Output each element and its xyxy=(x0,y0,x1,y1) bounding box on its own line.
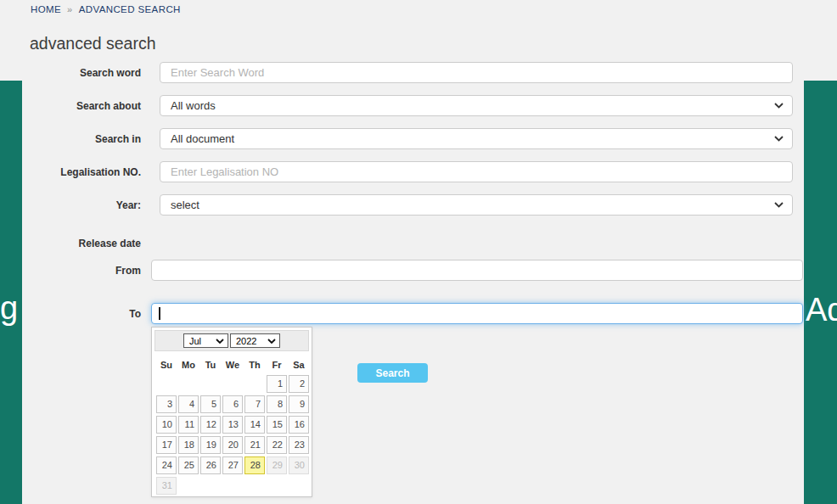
calendar-day-6[interactable]: 6 xyxy=(222,395,243,413)
search-word-input[interactable] xyxy=(160,62,793,83)
chevron-down-icon xyxy=(216,339,224,344)
calendar-day-24[interactable]: 24 xyxy=(156,456,177,474)
calendar-day-8[interactable]: 8 xyxy=(267,395,287,413)
legalisation-no-input[interactable] xyxy=(160,161,793,182)
month-value: Jul xyxy=(189,336,201,346)
calendar-day-18[interactable]: 18 xyxy=(178,436,199,454)
breadcrumb-separator: » xyxy=(67,4,73,14)
calendar-day-9[interactable]: 9 xyxy=(289,395,309,413)
day-of-week-label: We xyxy=(222,360,243,370)
background-text-right: Ad xyxy=(806,294,837,326)
breadcrumb-home-link[interactable]: HOME xyxy=(31,4,61,14)
calendar-day-29: 29 xyxy=(267,456,287,474)
from-label: From xyxy=(0,265,141,277)
month-select[interactable]: Jul xyxy=(183,333,228,348)
day-of-week-label: Mo xyxy=(178,360,199,370)
datepicker-popup: Jul 2022 SuMoTuWeThFrSa 1234567891011121… xyxy=(151,327,312,497)
day-of-week-label: Fr xyxy=(267,360,287,370)
day-of-week-label: Su xyxy=(156,360,177,370)
year-picker-value: 2022 xyxy=(236,336,256,346)
search-word-label: Search word xyxy=(0,67,141,79)
datepicker-header: Jul 2022 xyxy=(154,330,309,351)
calendar-day-21[interactable]: 21 xyxy=(244,436,265,454)
year-picker-select[interactable]: 2022 xyxy=(230,333,280,348)
page-title: advanced search xyxy=(30,34,156,53)
search-in-select[interactable]: All document xyxy=(160,128,793,149)
text-cursor xyxy=(159,307,160,320)
calendar-day-27[interactable]: 27 xyxy=(222,456,243,474)
day-of-week-label: Th xyxy=(244,360,265,370)
chevron-down-icon xyxy=(774,202,784,208)
search-button[interactable]: Search xyxy=(357,363,428,383)
breadcrumb-current-link[interactable]: ADVANCED SEARCH xyxy=(79,4,181,14)
calendar-day-30: 30 xyxy=(289,456,309,474)
calendar-day-28[interactable]: 28 xyxy=(244,456,265,474)
calendar-day-3[interactable]: 3 xyxy=(156,395,177,413)
calendar-day-7[interactable]: 7 xyxy=(244,395,265,413)
calendar-day-25[interactable]: 25 xyxy=(178,456,199,474)
search-about-select[interactable]: All words xyxy=(160,95,793,116)
background-strip-right: Ad xyxy=(804,81,837,504)
year-value: select xyxy=(171,199,199,211)
calendar-day-12[interactable]: 12 xyxy=(200,416,221,434)
calendar-day-5[interactable]: 5 xyxy=(200,395,221,413)
calendar-day-4[interactable]: 4 xyxy=(178,395,199,413)
calendar-day-2[interactable]: 2 xyxy=(289,375,309,393)
calendar-day-headers: SuMoTuWeThFrSa xyxy=(152,354,312,372)
calendar-day-13[interactable]: 13 xyxy=(222,416,243,434)
calendar-day-14[interactable]: 14 xyxy=(244,416,265,434)
release-date-label: Release date xyxy=(0,238,141,249)
search-in-value: All document xyxy=(171,132,234,145)
day-of-week-label: Tu xyxy=(200,360,221,370)
calendar-day-23[interactable]: 23 xyxy=(289,436,309,454)
calendar-day-11[interactable]: 11 xyxy=(178,416,199,434)
day-of-week-label: Sa xyxy=(289,360,309,370)
search-in-label: Search in xyxy=(0,133,141,145)
calendar-day-22[interactable]: 22 xyxy=(267,436,287,454)
calendar-day-17[interactable]: 17 xyxy=(156,436,177,454)
calendar-day-20[interactable]: 20 xyxy=(222,436,243,454)
calendar-day-1[interactable]: 1 xyxy=(267,375,287,393)
chevron-down-icon xyxy=(267,339,276,344)
search-about-value: All words xyxy=(171,99,216,112)
calendar-day-16[interactable]: 16 xyxy=(289,416,309,434)
year-select[interactable]: select xyxy=(160,194,793,216)
calendar-grid: 1234567891011121314151617181920212223242… xyxy=(152,372,312,495)
calendar-day-15[interactable]: 15 xyxy=(267,416,287,434)
from-date-input[interactable] xyxy=(151,260,803,281)
chevron-down-icon xyxy=(774,103,784,109)
breadcrumb: HOME » ADVANCED SEARCH xyxy=(31,4,181,14)
year-label: Year: xyxy=(0,199,141,211)
calendar-day-26[interactable]: 26 xyxy=(200,456,221,474)
chevron-down-icon xyxy=(774,136,784,142)
to-label: To xyxy=(0,308,141,320)
to-date-input[interactable] xyxy=(151,303,803,324)
calendar-day-19[interactable]: 19 xyxy=(200,436,221,454)
search-about-label: Search about xyxy=(0,100,141,112)
calendar-day-31: 31 xyxy=(156,477,177,495)
legalisation-no-label: Legalisation NO. xyxy=(0,166,141,178)
calendar-day-10[interactable]: 10 xyxy=(156,416,177,434)
